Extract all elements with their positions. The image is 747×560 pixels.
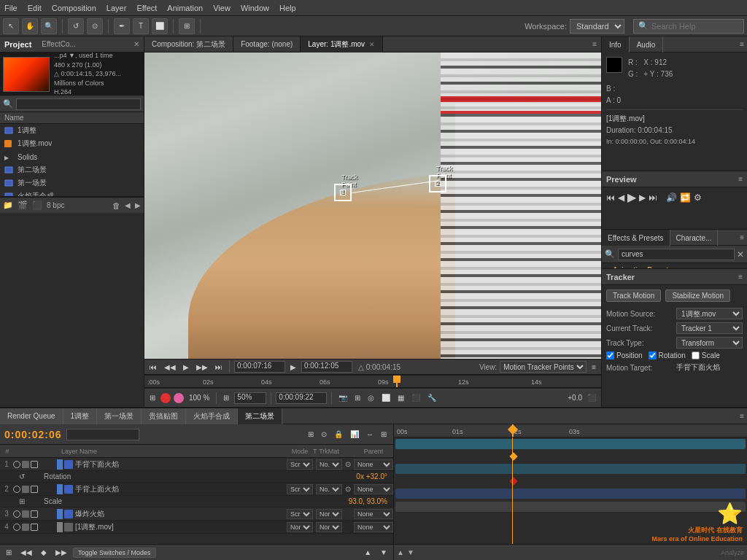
tl-solo-btn[interactable]: ⊙ <box>319 430 329 438</box>
delete-btn[interactable]: 🗑 <box>112 201 120 210</box>
proj-item-fire-comp[interactable]: 火焰手合成 <box>0 190 144 196</box>
menu-item-window[interactable]: Window <box>241 4 269 12</box>
tl-mode-btn2[interactable]: ⊞ <box>379 430 389 438</box>
tool-puppet[interactable]: ⊞ <box>179 18 195 34</box>
viewer-color2[interactable] <box>174 393 184 403</box>
tl-graph-btn3[interactable]: ▼ <box>377 548 390 556</box>
layer-1-parent[interactable]: None <box>354 459 393 470</box>
prev-play[interactable]: ▶ <box>627 190 636 204</box>
tl-layer-1[interactable]: 1 手背下面火焰 Scr... No... ⊙ None <box>0 458 393 471</box>
prev-forward[interactable]: ▶ <box>639 192 646 203</box>
view-options[interactable]: ≡ <box>589 363 598 371</box>
new-solid-btn[interactable]: ⬛ <box>32 201 42 210</box>
tl-right-menu[interactable]: ▲ <box>397 548 404 556</box>
layer-1-mode[interactable]: Scr... <box>287 459 313 470</box>
viewer-camera-toggle[interactable]: 📷 <box>336 394 349 402</box>
keyframe-1[interactable] <box>509 452 517 460</box>
layer-3-mode[interactable]: Scr... <box>287 509 313 519</box>
effects-search-clear[interactable]: ✕ <box>737 249 744 260</box>
tl-keyframe-nav[interactable]: ◀◀ <box>18 548 35 556</box>
zoom-input[interactable]: 50% <box>234 392 266 404</box>
view-select[interactable]: Motion Tracker Points <box>500 361 587 373</box>
workspace-select[interactable]: Standard <box>570 19 624 34</box>
position-checkbox[interactable] <box>606 351 614 359</box>
tl-right-menu2[interactable]: ▼ <box>407 548 414 556</box>
tl-layer-3[interactable]: 3 爆炸火焰 Scr... Nor... None <box>0 508 393 521</box>
menu-item-help[interactable]: Help <box>279 4 296 12</box>
time-nav-btn[interactable]: ▶ <box>288 363 298 371</box>
effect-controls-tab[interactable]: EffectCo... <box>42 40 76 48</box>
toggle-switches-modes[interactable]: Toggle Switches / Modes <box>73 548 156 558</box>
tl-comp-btn[interactable]: ⊞ <box>3 548 15 556</box>
playback-next-frame[interactable]: ▶▶ <box>194 363 210 371</box>
prev-first[interactable]: ⏮ <box>606 192 615 203</box>
tl-flow-btn[interactable]: ↔ <box>364 430 376 438</box>
rotation-value[interactable]: 0x +32.0° <box>356 472 393 481</box>
viewer-ext-btn[interactable]: ⬛ <box>585 394 598 402</box>
viewer-mask-toggle[interactable]: 🔧 <box>425 394 438 402</box>
current-track-select[interactable]: Tracker 1 <box>676 322 743 334</box>
layer-4-trkmat[interactable]: Nor... <box>316 522 342 532</box>
proj-item-solids[interactable]: Solids <box>0 150 144 163</box>
track-type-select[interactable]: Transform <box>676 337 743 349</box>
duration-input[interactable]: 0:00:12:05 <box>301 361 352 373</box>
layer-1-lock[interactable] <box>31 461 38 468</box>
viewer-color1[interactable] <box>160 393 171 403</box>
tool-pen[interactable]: ✒ <box>114 18 130 34</box>
layer-3-trkmat[interactable]: Nor... <box>316 509 342 519</box>
tl-keyframe-add[interactable]: ◆ <box>38 548 50 556</box>
proj-item-first-scene[interactable]: 第一场景 <box>0 176 144 190</box>
project-panel-close[interactable]: ✕ <box>133 40 139 48</box>
playback-first[interactable]: ⏮ <box>147 363 159 371</box>
viewer-color-toggle[interactable]: ◎ <box>365 394 376 402</box>
tl-lock-btn[interactable]: 🔒 <box>332 430 345 438</box>
effects-menu[interactable]: ≡ <box>740 233 744 241</box>
prev-last[interactable]: ⏭ <box>649 192 657 203</box>
tl-tab-second-scene[interactable]: 第二场景 <box>238 408 282 424</box>
layer-3-vis[interactable] <box>22 510 29 518</box>
motion-source-select[interactable]: 1调整.mov <box>676 308 743 319</box>
layer-3-solo[interactable] <box>13 510 20 518</box>
tl-graph-btn[interactable]: 📊 <box>348 430 361 438</box>
prev-arrow[interactable]: ◀ <box>125 201 131 209</box>
tl-tab-render-queue[interactable]: Render Queue <box>0 408 63 424</box>
menu-item-edit[interactable]: Edit <box>28 4 42 12</box>
tl-tab-fire-comp[interactable]: 火焰手合成 <box>186 408 238 424</box>
tl-search-input[interactable] <box>66 429 139 440</box>
viewer-tab-comp[interactable]: Composition: 第二场景 <box>144 36 233 52</box>
layer-4-parent[interactable]: None <box>354 522 393 532</box>
viewer-grid-toggle[interactable]: ⊞ <box>352 394 363 402</box>
track-point-1[interactable]: Track Point 1 <box>334 184 352 201</box>
layer-3-lock[interactable] <box>31 510 38 518</box>
tl-expand-btn[interactable]: ⊞ <box>306 430 316 438</box>
menu-item-composition[interactable]: Composition <box>52 4 96 12</box>
layer-1-trkmat[interactable]: No... <box>316 459 342 470</box>
track-motion-btn[interactable]: Track Motion <box>606 289 661 302</box>
new-folder-btn[interactable]: 📁 <box>3 201 13 210</box>
prev-back[interactable]: ◀ <box>618 192 624 203</box>
tool-select[interactable]: ↖ <box>3 18 19 34</box>
layer-2-solo[interactable] <box>13 486 20 493</box>
current-time-input[interactable]: 0:00:07:16 <box>234 361 285 373</box>
tool-type[interactable]: T <box>133 18 149 34</box>
info-tab-audio[interactable]: Audio <box>630 36 664 52</box>
scale-value[interactable]: 93.0, 93.0% <box>349 497 393 505</box>
prev-audio[interactable]: 🔊 <box>666 192 677 203</box>
menu-item-view[interactable]: View <box>213 4 231 12</box>
timecode-input[interactable]: 0:00:09:22 <box>276 392 327 404</box>
viewer-opacity[interactable]: 100 % <box>187 394 212 402</box>
layer-4-vis[interactable] <box>22 524 29 531</box>
layer-3-parent[interactable]: None <box>354 509 393 519</box>
search-help-input[interactable] <box>651 22 739 31</box>
layer-2-parent[interactable]: None <box>354 484 393 494</box>
tl-ruler[interactable]: 00s 01s 02s 03s <box>394 424 747 438</box>
layer-2-mode[interactable]: Scr... <box>287 484 313 494</box>
tool-camera[interactable]: ⊙ <box>87 18 103 34</box>
next-arrow[interactable]: ▶ <box>135 201 141 209</box>
playback-play[interactable]: ▶ <box>181 363 191 371</box>
layer-2-trkmat[interactable]: No... <box>316 484 342 494</box>
info-panel-menu[interactable]: ≡ <box>740 40 744 48</box>
layer-1-solo[interactable] <box>13 461 20 468</box>
viewer-ruler[interactable]: :00s 02s 04s 06s 09s 12s 14s <box>144 375 601 388</box>
tool-rotate[interactable]: ↺ <box>68 18 84 34</box>
